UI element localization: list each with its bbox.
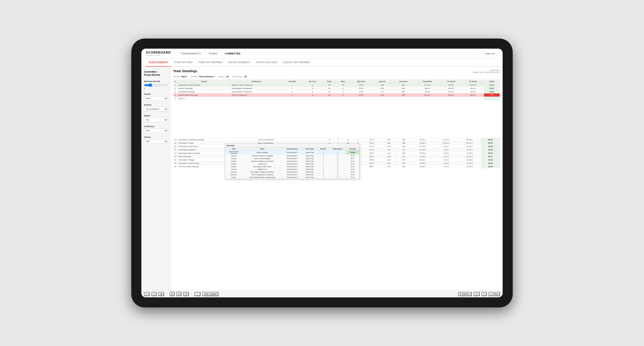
th-conf-rnk: Conf Rnk — [282, 80, 303, 83]
more-button[interactable]: ••• — [183, 292, 189, 296]
filter-division: Division: NCAA Division I — [191, 76, 214, 78]
skip-back-button[interactable]: ⏮ — [158, 292, 164, 296]
table-row-highlighted[interactable]: 4 Arizona State University Pac-12 Confer… — [174, 93, 500, 97]
tooltip-col-headers: Team Event Event Division Event Type Rou… — [225, 148, 359, 150]
top-nav: SCOREBOARD Powered by clippi TOURNAMENTS… — [141, 49, 503, 58]
tooltip-row: East Ten OFCC Fighting Illini Invitation… — [225, 173, 359, 176]
tooltip-team-name: University — [226, 145, 234, 147]
th-rank: # — [174, 80, 178, 83]
update-time: Update time: Update time: 13/03/2024 10:… — [473, 69, 500, 73]
th-school: School — [178, 80, 231, 83]
copy-button[interactable]: ⧉ — [170, 292, 174, 296]
th-avg-sg: Avg. SG — [373, 80, 392, 83]
standings-table: # School Conference Conf Rnk No. Tour Rn… — [173, 80, 500, 100]
sidebar: CommitteePortal Review Minimum Rounds 3 … — [141, 67, 170, 290]
tooltip-row: Georgia Ben Hogan Collegiate Invitationa… — [225, 171, 359, 173]
th-tours: No. Tour — [303, 80, 322, 83]
region-section: Region N/A All — [144, 115, 168, 122]
gender-select[interactable]: Men's Women's — [144, 96, 168, 101]
table-row[interactable]: 18 University of California, Berkeley Pa… — [174, 138, 500, 141]
division-select[interactable]: NCAA Division I NCAA Division II NCAA Di… — [144, 107, 168, 111]
tooltip-row: Univers Amer An Intercollegiate NCAA Div… — [225, 157, 359, 160]
portal-title-section: CommitteePortal Review — [144, 70, 168, 77]
sub-nav-team-summary[interactable]: TEAM SUMMARY — [146, 58, 171, 67]
sub-nav-player-summary[interactable]: PLAYER SUMMARY — [225, 58, 253, 67]
th-wins: Wins — [336, 80, 350, 83]
logo-title: SCOREBOARD — [146, 51, 171, 54]
min-rounds-slider[interactable] — [144, 83, 168, 87]
logo: SCOREBOARD Powered by clippi — [146, 51, 171, 56]
view-original-button[interactable]: View: Original — [202, 292, 218, 296]
nav-teams[interactable]: TEAMS — [205, 49, 220, 58]
min-rounds-value: 3 — [144, 88, 168, 90]
school-select[interactable]: (All) — [144, 139, 168, 144]
table-header-row: # School Conference Conf Rnk No. Tour Rn… — [174, 80, 500, 83]
paste-button[interactable]: ⧈ — [176, 292, 181, 296]
tooltip-row: Florida I The Cypress Point Classic NCAA… — [225, 165, 359, 168]
th-conference: Conference — [231, 80, 282, 83]
th-low-score: Low Score — [392, 80, 415, 83]
table-row[interactable]: 5 Texas T... — [174, 97, 500, 100]
nav-committee[interactable]: COMMITTEE — [222, 49, 244, 58]
nav-tournaments[interactable]: TOURNAMENTS — [178, 49, 204, 58]
school-label: School — [144, 136, 168, 138]
conference-section: Conference (All) Atlantic Coast Conferen… — [144, 125, 168, 133]
sign-out-link[interactable]: Sign out — [482, 49, 498, 58]
tooltip-row: Univers 2023 Sahalee Players Championshi… — [225, 176, 359, 179]
watch-button[interactable]: 👁 Watch ▾ — [458, 292, 472, 296]
th-tooltip-division: Event Division — [282, 148, 302, 150]
bottom-toolbar: ↩ ↪ ⏮ ⧉ ⧈ ••• 🕐 View: Original 👁 Watch ▾… — [141, 290, 503, 297]
report-title: Team Standings — [173, 69, 197, 73]
gender-label: Gender — [144, 93, 168, 95]
th-overall: Overall Rec — [415, 80, 440, 83]
th-tooltip-team: Team — [225, 148, 242, 150]
min-rounds-section: Minimum Rounds 3 — [144, 80, 168, 90]
tooltip-header: University — [225, 144, 359, 148]
tooltip-row: Univers Southern Highlands Collegiate NC… — [225, 155, 359, 157]
th-adj-score: Adj. Score — [350, 80, 373, 83]
share-icon: ↗ — [490, 293, 492, 295]
th-tooltip-type: Event Type — [302, 148, 317, 150]
share-button[interactable]: ↗ Share — [488, 292, 500, 296]
conference-select[interactable]: (All) Atlantic Coast Conference Big 12 C… — [144, 128, 168, 133]
expand-button[interactable]: ⤡ — [481, 292, 487, 296]
logo-subtitle: Powered by clippi — [146, 54, 171, 56]
portal-title: CommitteePortal Review — [144, 70, 168, 77]
tooltip-table-inner: Team Event Event Division Event Type Rou… — [225, 148, 359, 179]
undo-button[interactable]: ↩ — [144, 292, 150, 296]
th-tooltip-rounds: Rounds — [317, 148, 329, 150]
table-row[interactable]: 1 University of North Carolina Atlantic … — [174, 83, 500, 87]
tooltip-row: Univers National Invitational Tournament… — [225, 160, 359, 163]
comment-button[interactable]: 💬 — [474, 292, 480, 296]
conference-label: Conference — [144, 125, 168, 128]
table-row[interactable]: 3 Vanderbilt University Southeastern Con… — [174, 90, 500, 93]
report-area: Team Standings Update time: Update time:… — [170, 67, 503, 290]
sub-nav-team-h2h-heatmap[interactable]: TEAM H2H HEATMAP — [196, 58, 225, 67]
redo-button[interactable]: ↪ — [151, 292, 156, 296]
tooltip-row: Univers Williams Cup NCAA Division I Str… — [225, 168, 359, 171]
nav-links: TOURNAMENTS TEAMS COMMITTEE — [178, 49, 479, 58]
gender-section: Gender Men's Women's — [144, 93, 168, 101]
tablet-frame: SCOREBOARD Powered by clippi TOURNAMENTS… — [131, 38, 513, 308]
division-section: Division NCAA Division I NCAA Division I… — [144, 104, 168, 111]
th-points: Points — [484, 80, 500, 83]
sub-nav-player-h2h-grid[interactable]: PLAYER H2H GRID — [253, 58, 280, 67]
tooltip-row: Univers Copper Cup NCAA Division I Match… — [225, 163, 359, 165]
sub-nav-player-h2h-heatmap[interactable]: PLAYER H2H HEATMAP — [280, 58, 312, 67]
nav-right: | Sign out — [479, 49, 498, 58]
clock-button[interactable]: 🕐 — [194, 292, 200, 296]
school-section: School (All) — [144, 136, 168, 144]
eye-icon: 👁 — [460, 293, 462, 295]
tooltip-popup: University Team Event Event Division Eve… — [225, 144, 360, 179]
division-label: Division — [144, 104, 168, 106]
min-rounds-label: Minimum Rounds — [144, 80, 168, 82]
view-label: View: Original — [204, 293, 216, 295]
region-select[interactable]: N/A All — [144, 118, 168, 122]
sub-nav: TEAM SUMMARY TEAM H2H GRID TEAM H2H HEAT… — [141, 58, 503, 67]
table-row[interactable]: 2 Auburn University Southeastern Confere… — [174, 87, 500, 90]
th-tooltip-rank-impact: Rank Impact — [329, 148, 346, 150]
th-rnds: Rnds — [322, 80, 336, 83]
sub-nav-team-h2h-grid[interactable]: TEAM H2H GRID — [171, 58, 196, 67]
report-header: Team Standings Update time: Update time:… — [173, 69, 500, 73]
filter-row: Gender: Men's Division: NCAA Division I … — [173, 76, 500, 78]
